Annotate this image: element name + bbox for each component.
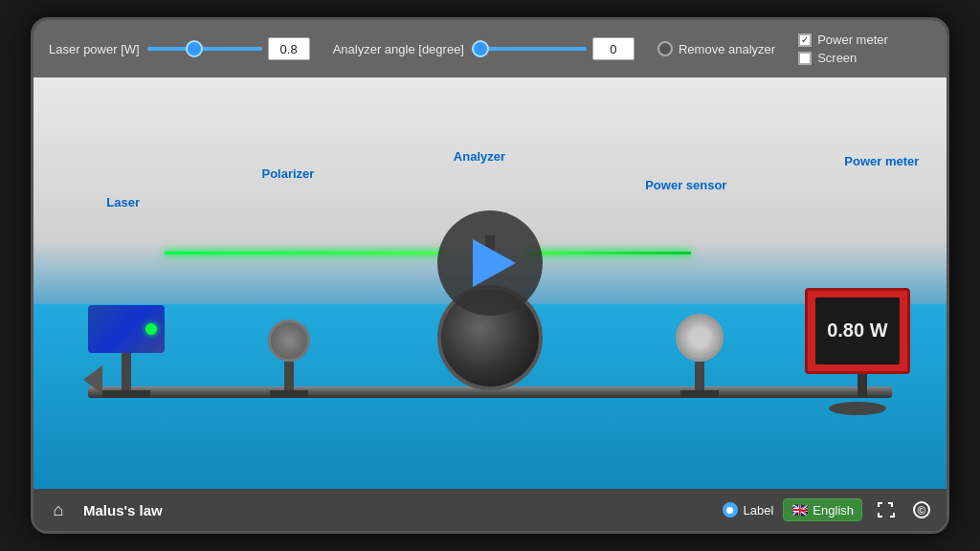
settings-button[interactable]: ©	[908, 496, 935, 523]
power-meter-value: 0.80 W	[827, 320, 887, 342]
power-meter-checkbox-label: Power meter	[817, 33, 888, 47]
fullscreen-button[interactable]	[872, 496, 899, 523]
power-sensor-label: Power sensor	[645, 178, 726, 192]
display-options-group: Power meter Screen	[798, 33, 888, 65]
laser-beam-segment2	[526, 252, 691, 254]
label-radio[interactable]	[723, 502, 738, 518]
label-text: Label	[744, 503, 774, 518]
play-button[interactable]	[437, 210, 543, 316]
analyzer-angle-value: 0	[592, 37, 635, 60]
analyzer-angle-group: Analyzer angle [degree] 0	[333, 37, 635, 60]
label-radio-inner	[726, 507, 733, 514]
power-meter-device: 0.80 W	[805, 288, 910, 374]
laser-power-group: Laser power [W] 0.8	[49, 37, 310, 60]
bottom-bar: ⌂ Malus's law Label 🇬🇧 English	[33, 489, 947, 531]
language-text: English	[813, 503, 854, 518]
fullscreen-icon	[876, 500, 895, 519]
polarizer-disc	[268, 320, 310, 362]
power-meter-screen: 0.80 W	[815, 298, 900, 364]
bottom-right-controls: Label 🇬🇧 English ©	[723, 496, 935, 523]
analyzer-angle-slider-container: 0	[472, 37, 635, 60]
analyzer-angle-slider[interactable]	[472, 47, 587, 51]
home-icon: ⌂	[54, 500, 64, 520]
screen-checkbox[interactable]	[798, 52, 812, 65]
power-meter-label: Power meter	[844, 154, 919, 168]
laser-body	[88, 305, 165, 353]
app-frame: Laser power [W] 0.8 Analyzer angle [degr…	[31, 17, 949, 534]
polarizer-label: Polarizer	[262, 166, 315, 181]
power-meter-checkbox[interactable]	[798, 33, 812, 47]
laser-power-label: Laser power [W]	[49, 42, 140, 56]
power-meter-base	[829, 402, 886, 415]
remove-analyzer-radio[interactable]	[657, 41, 673, 56]
screen-checkbox-item[interactable]: Screen	[798, 51, 888, 65]
rail-arrow-icon	[83, 365, 102, 394]
power-sensor-base	[680, 390, 719, 398]
settings-icon: ©	[912, 500, 931, 519]
label-toggle[interactable]: Label	[723, 502, 774, 518]
laser-power-value: 0.8	[268, 37, 310, 60]
screen-checkbox-label: Screen	[817, 51, 857, 65]
laser-beam-segment1	[165, 252, 444, 254]
power-meter-checkbox-item[interactable]: Power meter	[798, 33, 888, 47]
power-sensor-disc	[676, 314, 724, 362]
polarizer-base	[270, 390, 308, 398]
laser-power-slider-container: 0.8	[147, 37, 310, 60]
analyzer-angle-label: Analyzer angle [degree]	[333, 42, 464, 56]
laser-power-slider[interactable]	[147, 47, 262, 51]
simulation-area: Laser Polarizer Analyzer Power sensor 0.…	[33, 77, 947, 489]
controls-bar: Laser power [W] 0.8 Analyzer angle [degr…	[33, 20, 947, 77]
remove-analyzer-group[interactable]: Remove analyzer	[657, 41, 775, 56]
home-button[interactable]: ⌂	[45, 496, 72, 523]
remove-analyzer-label: Remove analyzer	[679, 42, 775, 56]
power-meter-stand	[858, 374, 867, 399]
app-title: Malus's law	[83, 502, 711, 518]
flag-icon: 🇬🇧	[791, 502, 808, 518]
laser-base	[102, 390, 150, 398]
language-button[interactable]: 🇬🇧 English	[783, 498, 862, 521]
laser-label: Laser	[106, 195, 140, 209]
laser-dot-icon	[145, 323, 157, 335]
play-icon	[473, 239, 516, 287]
analyzer-label: Analyzer	[454, 149, 505, 164]
svg-text:©: ©	[918, 504, 926, 518]
